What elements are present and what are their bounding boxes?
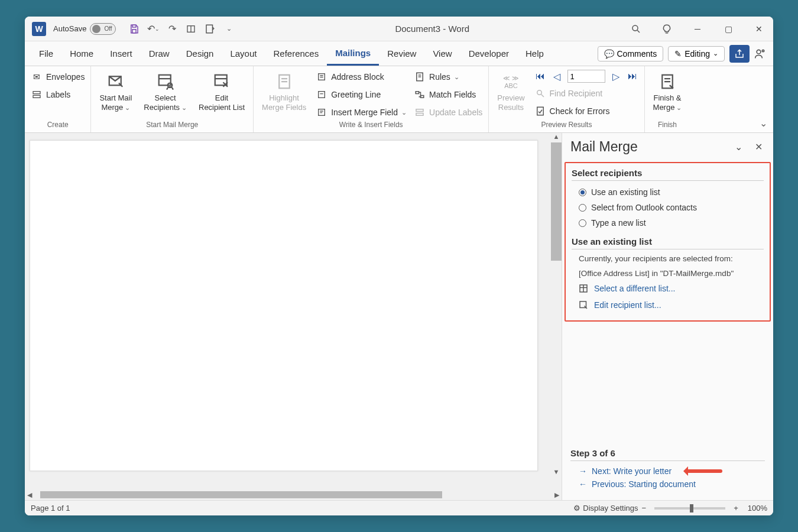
close-button[interactable]: ✕ <box>752 22 766 36</box>
hscroll-thumb[interactable] <box>40 491 442 498</box>
radio-icon <box>579 189 586 196</box>
select-different-list-link[interactable]: Select a different list... <box>572 279 764 296</box>
select-recipients-icon <box>155 71 176 92</box>
scroll-track[interactable] <box>551 142 562 468</box>
ribbon-group-preview-results: ≪ ≫ABC Preview Results ⏮ ◁ ▷ ⏭ Find Reci… <box>489 66 644 132</box>
collapse-ribbon-button[interactable]: ⌄ <box>760 118 767 129</box>
document-canvas[interactable]: ▲ ▼ <box>25 133 562 489</box>
display-settings-icon[interactable]: ⚙ <box>573 504 580 512</box>
horizontal-scrollbar[interactable]: ◀ ▶ <box>25 489 562 500</box>
edit-recipient-list-button[interactable]: Edit Recipient List <box>196 70 247 113</box>
radio-label: Select from Outlook contacts <box>591 203 697 212</box>
comment-icon: 💬 <box>604 49 614 59</box>
address-block-icon <box>316 71 327 83</box>
hscroll-track[interactable] <box>34 491 552 498</box>
editing-mode-button[interactable]: ✎ Editing ⌄ <box>668 46 725 61</box>
insert-merge-field-button[interactable]: Insert Merge Field ⌄ <box>316 105 407 119</box>
svg-rect-0 <box>132 25 136 27</box>
rules-button[interactable]: Rules ⌄ <box>414 70 482 84</box>
finish-merge-label: Finish & Merge <box>653 93 682 112</box>
pane-dropdown-icon[interactable]: ⌄ <box>732 141 745 154</box>
envelope-icon: ✉ <box>31 71 43 83</box>
redo-icon[interactable]: ↷ <box>166 22 179 35</box>
start-mail-merge-button[interactable]: Start Mail Merge <box>97 70 134 113</box>
highlight-label: Highlight Merge Fields <box>262 93 306 112</box>
comments-button[interactable]: 💬 Comments <box>598 46 664 61</box>
zoom-out-button[interactable]: − <box>638 504 650 512</box>
qat-customize-icon[interactable]: ⌄ <box>222 22 235 35</box>
scroll-up-arrow[interactable]: ▲ <box>553 133 560 142</box>
highlight-merge-fields-button[interactable]: Highlight Merge Fields <box>259 70 309 113</box>
scroll-thumb[interactable] <box>551 142 562 261</box>
zoom-slider[interactable] <box>654 507 725 510</box>
tab-home[interactable]: Home <box>61 41 102 66</box>
tell-me-icon[interactable] <box>660 22 674 36</box>
check-errors-button[interactable]: Check for Errors <box>534 104 638 118</box>
tab-insert[interactable]: Insert <box>102 41 141 66</box>
find-recipient-label: Find Recipient <box>550 89 603 98</box>
maximize-button[interactable]: ▢ <box>721 22 735 36</box>
scroll-down-arrow[interactable]: ▼ <box>553 468 560 478</box>
tab-view[interactable]: View <box>424 41 460 66</box>
step-indicator: Step 3 of 6 <box>570 448 765 461</box>
prev-step-link[interactable]: ← Previous: Starting document <box>570 478 765 491</box>
find-recipient-icon <box>534 87 546 99</box>
zoom-percent[interactable]: 100% <box>748 504 767 512</box>
tab-layout[interactable]: Layout <box>222 41 265 66</box>
tab-references[interactable]: References <box>265 41 327 66</box>
edit-recipient-list-link[interactable]: Edit recipient list... <box>572 296 764 312</box>
scroll-right-arrow[interactable]: ▶ <box>552 491 562 499</box>
tab-draw[interactable]: Draw <box>141 41 178 66</box>
find-recipient-button[interactable]: Find Recipient <box>534 86 638 100</box>
address-block-button[interactable]: Address Block <box>316 70 407 84</box>
pane-footer: Step 3 of 6 → Next: Write your letter ← … <box>565 443 771 497</box>
next-step-link[interactable]: → Next: Write your letter <box>570 465 765 478</box>
tab-design[interactable]: Design <box>178 41 222 66</box>
vertical-scrollbar[interactable]: ▲ ▼ <box>551 133 562 478</box>
autosave-switch[interactable]: Off <box>90 23 116 35</box>
recipient-source-text: [Office Address List] in "DT-MailMerge.m… <box>572 268 764 279</box>
save-icon[interactable] <box>128 22 141 35</box>
recipient-option-0[interactable]: Use an existing list <box>572 184 764 200</box>
share-profile-icon[interactable] <box>753 47 767 61</box>
recipient-option-1[interactable]: Select from Outlook contacts <box>572 200 764 215</box>
svg-point-8 <box>762 50 764 51</box>
autosave-toggle[interactable]: AutoSave Off <box>53 23 116 35</box>
qat-button-2[interactable] <box>203 22 216 35</box>
record-number-input[interactable] <box>567 70 605 83</box>
update-labels-button[interactable]: Update Labels <box>414 105 482 119</box>
share-button[interactable] <box>729 45 750 63</box>
minimize-button[interactable]: ─ <box>690 22 705 36</box>
tab-mailings[interactable]: Mailings <box>327 41 379 66</box>
qat-button-1[interactable] <box>184 22 197 35</box>
next-record-button[interactable]: ▷ <box>610 70 622 82</box>
search-icon[interactable] <box>629 22 643 36</box>
select-recipients-button[interactable]: Select Recipients <box>141 70 189 113</box>
mail-merge-task-pane: Mail Merge ⌄ ✕ Select recipients Use an … <box>562 133 773 500</box>
last-record-button[interactable]: ⏭ <box>627 70 638 82</box>
zoom-knob[interactable] <box>690 504 693 512</box>
envelopes-button[interactable]: ✉ Envelopes <box>31 70 85 84</box>
tab-help[interactable]: Help <box>517 41 552 66</box>
tab-review[interactable]: Review <box>379 41 424 66</box>
greeting-line-button[interactable]: Greeting Line <box>316 87 407 102</box>
tab-developer[interactable]: Developer <box>460 41 517 66</box>
first-record-button[interactable]: ⏮ <box>534 70 546 82</box>
page-indicator[interactable]: Page 1 of 1 <box>31 504 70 512</box>
document-page[interactable] <box>30 140 538 471</box>
prev-record-button[interactable]: ◁ <box>551 70 563 82</box>
zoom-in-button[interactable]: + <box>730 504 742 512</box>
table-icon <box>578 283 589 294</box>
scroll-left-arrow[interactable]: ◀ <box>25 491 34 499</box>
labels-button[interactable]: Labels <box>31 87 85 102</box>
pane-close-icon[interactable]: ✕ <box>752 141 765 154</box>
match-fields-button[interactable]: Match Fields <box>414 87 482 102</box>
preview-results-button[interactable]: ≪ ≫ABC Preview Results <box>495 70 527 113</box>
undo-icon[interactable]: ↶⌄ <box>147 22 160 35</box>
recipient-option-2[interactable]: Type a new list <box>572 215 764 231</box>
display-settings-label[interactable]: Display Settings <box>583 504 638 512</box>
ribbon-tabs: FileHomeInsertDrawDesignLayoutReferences… <box>25 41 773 66</box>
tab-file[interactable]: File <box>31 41 61 66</box>
finish-merge-button[interactable]: Finish & Merge <box>651 70 685 113</box>
ribbon-group-start-mail-merge: Start Mail Merge Select Recipients Edit … <box>91 66 254 132</box>
